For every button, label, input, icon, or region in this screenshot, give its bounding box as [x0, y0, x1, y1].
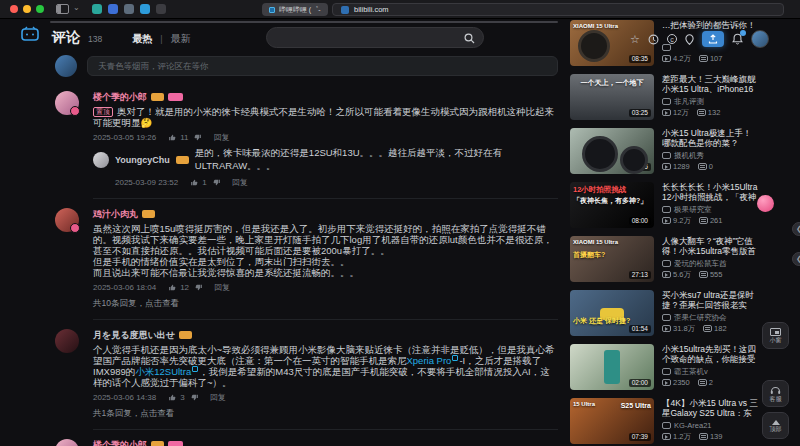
video-title[interactable]: 长长长长长！小米15Ultra 12小时拍照挑战，「夜神长...	[662, 182, 758, 203]
extension-icon[interactable]	[92, 4, 102, 14]
collapse-handle-icon[interactable]: ❮	[792, 252, 800, 266]
thumbs-down-icon[interactable]	[193, 133, 202, 142]
bilibili-logo-icon[interactable]	[20, 26, 40, 42]
comment-text: 虽然这次网上喷15u喷得挺厉害的，但是我还是入了。初步用下来觉得还挺好的，拍照在…	[93, 223, 558, 256]
view-replies-link[interactable]: 共10条回复，点击查看	[93, 298, 558, 310]
level-badge-icon	[151, 93, 164, 101]
video-thumbnail[interactable]: XIAOMI 15 Ultra 首摄翻车? 27:13	[570, 236, 654, 282]
browser-tab-inactive[interactable]: 哔哩哔哩 (゜-゜)つ...	[262, 3, 328, 16]
video-thumbnail[interactable]: 小米 还是 保时捷? 01:54	[570, 290, 654, 336]
video-thumbnail[interactable]: 00:55	[570, 128, 654, 174]
view-replies-link[interactable]: 共1条回复，点击查看	[93, 408, 558, 420]
notifications-bell-icon[interactable]	[732, 33, 743, 45]
creator-center-icon[interactable]: c	[667, 34, 677, 44]
commenter-avatar[interactable]	[55, 91, 79, 115]
tab-newest[interactable]: 最新	[171, 32, 191, 46]
video-title[interactable]: 差距最大！三大巅峰旗舰小米15 Ultra、iPhone16 Pr...	[662, 74, 758, 95]
uploader-name[interactable]: 歪果仁研究协会	[674, 313, 727, 323]
history-clock-icon[interactable]	[648, 34, 659, 45]
search-input[interactable]	[266, 27, 484, 48]
like-button[interactable]: 11	[168, 133, 188, 142]
video-thumbnail[interactable]: 02:00	[570, 344, 654, 390]
video-uploader[interactable]: KG-Area21	[662, 420, 758, 431]
uploader-name[interactable]: KG-Area21	[674, 421, 712, 430]
reply-button[interactable]: 回复	[213, 132, 229, 143]
uploader-name[interactable]: 爱玩的松鼠车酋	[674, 259, 727, 269]
reply-button[interactable]: 回复	[232, 177, 248, 188]
video-card[interactable]: 15 Ultra S25 Ultra 07:39 【4K】小米15 Ultra …	[570, 398, 758, 444]
mini-player-button[interactable]: 小窗	[762, 322, 789, 349]
video-uploader[interactable]: 霸王茶机v	[662, 366, 758, 377]
thumbs-down-icon[interactable]	[190, 393, 199, 402]
upload-button[interactable]	[702, 31, 724, 47]
search-link[interactable]: 小米12SUltra	[135, 366, 191, 377]
video-card[interactable]: 00:55 小米15 Ultra极速上手！哪款配色是你的菜？ 摄机机秀 1289…	[570, 128, 758, 174]
uploader-name[interactable]: 极果研究室	[674, 205, 712, 215]
video-title[interactable]: 买小米su7 ultra还是保时捷？歪果仁回答很老实	[662, 290, 758, 311]
commenter-username[interactable]: 楼个季的小郎	[93, 439, 147, 446]
user-avatar[interactable]	[751, 30, 769, 48]
video-card[interactable]: 02:00 小米15ultra先别买！这四个致命的缺点，你能接受的... 霸王茶…	[570, 344, 758, 390]
video-thumbnail[interactable]: 一个天上，一个地下 03:25	[570, 74, 654, 120]
video-uploader[interactable]: 非凡评测	[662, 96, 758, 107]
commenter-username[interactable]: 月を見る度思い出せ	[93, 329, 175, 342]
video-card[interactable]: 一个天上，一个地下 03:25 差距最大！三大巅峰旗舰小米15 Ultra、iP…	[570, 74, 758, 120]
video-title[interactable]: 【4K】小米15 Ultra vs 三星Galaxy S25 Ultra：东京拍…	[662, 398, 758, 419]
video-title[interactable]: 小米15ultra先别买！这四个致命的缺点，你能接受的...	[662, 344, 758, 365]
reply-username[interactable]: YoungcyChu	[115, 155, 170, 165]
reply-button[interactable]: 回复	[210, 392, 226, 403]
video-uploader[interactable]: 爱玩的松鼠车酋	[662, 258, 758, 269]
search-icon[interactable]	[464, 33, 475, 44]
video-uploader[interactable]: 歪果仁研究协会	[662, 312, 758, 323]
my-avatar[interactable]	[55, 55, 77, 77]
collapse-handle-icon[interactable]: ❮	[792, 222, 800, 236]
minimize-window-button[interactable]	[23, 5, 31, 13]
zoom-window-button[interactable]	[36, 5, 44, 13]
like-button[interactable]: 12	[168, 283, 189, 292]
danmaku-count: 555	[710, 270, 723, 279]
uploader-name[interactable]: 摄机机秀	[674, 151, 704, 161]
reply-avatar[interactable]	[93, 152, 109, 168]
video-seekbar[interactable]	[50, 21, 558, 23]
video-uploader[interactable]: 极果研究室	[662, 204, 758, 215]
uploader-name[interactable]: 霸王茶机v	[674, 367, 708, 377]
tab-hottest[interactable]: 最热	[132, 32, 152, 46]
browser-address-tab-active[interactable]: bilibili.com	[332, 3, 784, 16]
video-card[interactable]: 12小时拍照挑战 「夜神长焦，有多神?」 08:00 长长长长长！小米15Ult…	[570, 182, 758, 228]
video-title[interactable]: 小米15 Ultra极速上手！哪款配色是你的菜？	[662, 128, 758, 149]
promo-float-button[interactable]	[757, 195, 774, 212]
thumbs-down-icon[interactable]	[194, 283, 203, 292]
video-card[interactable]: 小米 还是 保时捷? 01:54 买小米su7 ultra还是保时捷？歪果仁回答…	[570, 290, 758, 336]
location-pin-icon[interactable]	[685, 34, 694, 45]
sidebar-toggle-icon[interactable]	[56, 4, 69, 14]
like-button[interactable]: 1	[190, 178, 206, 187]
commenter-avatar[interactable]	[55, 208, 79, 232]
extension-icon[interactable]	[156, 4, 166, 14]
video-card[interactable]: XIAOMI 15 Ultra 首摄翻车? 27:13 人像大翻车？“夜神”它值…	[570, 236, 758, 282]
comment-input[interactable]	[87, 56, 558, 76]
thumbs-down-icon[interactable]	[212, 178, 221, 187]
fan-badge-icon	[168, 441, 183, 446]
commenter-username[interactable]: 楼个季的小郎	[93, 91, 147, 104]
search-link[interactable]: Xperia Pro	[407, 355, 452, 366]
chevron-down-icon[interactable]: ⌄	[73, 3, 80, 12]
video-duration: 08:00	[629, 217, 651, 225]
video-uploader[interactable]: 摄机机秀	[662, 150, 758, 161]
back-to-top-button[interactable]: 顶部	[762, 412, 789, 439]
video-thumbnail[interactable]: 15 Ultra S25 Ultra 07:39	[570, 398, 654, 444]
tab-label: 哔哩哔哩 (゜-゜)つ...	[279, 5, 321, 15]
uploader-name[interactable]: 非凡评测	[674, 97, 704, 107]
close-window-button[interactable]	[10, 5, 18, 13]
extension-icon[interactable]	[140, 4, 150, 14]
favorites-star-icon[interactable]: ☆	[630, 34, 640, 45]
extension-icon[interactable]	[108, 4, 118, 14]
like-button[interactable]: 3	[168, 393, 184, 402]
video-thumbnail[interactable]: 12小时拍照挑战 「夜神长焦，有多神?」 08:00	[570, 182, 654, 228]
commenter-username[interactable]: 鸡汁小肉丸	[93, 208, 138, 221]
reply-button[interactable]: 回复	[214, 282, 230, 293]
extension-icon[interactable]	[124, 4, 134, 14]
customer-service-button[interactable]: 客服	[762, 380, 789, 407]
video-title[interactable]: 人像大翻车？“夜神”它值得！小米15ultra零售版首摄...	[662, 236, 758, 257]
commenter-avatar[interactable]	[55, 329, 79, 353]
commenter-avatar[interactable]	[55, 439, 79, 446]
